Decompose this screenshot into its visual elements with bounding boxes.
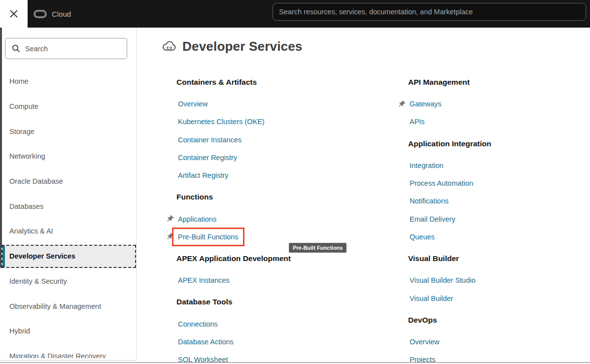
menu-link-row: Projects — [397, 351, 585, 362]
menu-link-connections[interactable]: Connections — [178, 320, 218, 328]
menu-link-row: Database Actions — [166, 333, 373, 351]
menu-link-projects[interactable]: Projects — [410, 356, 435, 362]
menu-link-email-delivery[interactable]: Email Delivery — [410, 215, 455, 223]
pin-icon — [166, 215, 174, 223]
pin-icon — [397, 100, 406, 108]
sidebar-item-developer-services[interactable]: Developer Services — [1, 245, 136, 268]
brand: Cloud — [34, 0, 71, 28]
sidebar-item-identity-security[interactable]: Identity & Security — [0, 269, 137, 294]
sidebar-item-home[interactable]: Home — [0, 69, 137, 94]
close-icon — [8, 8, 19, 19]
menu-link-artifact-registry[interactable]: Artifact Registry — [178, 171, 228, 179]
menu-link-integration[interactable]: Integration — [410, 162, 444, 169]
menu-link-row: Kubernetes Clusters (OKE) — [166, 113, 373, 131]
menu-link-row: Overview — [166, 95, 373, 113]
menu-link-sql-worksheet[interactable]: SQL Worksheet — [178, 356, 228, 362]
sidebar-item-label: Developer Services — [9, 252, 75, 260]
section-heading: Functions — [176, 188, 373, 206]
sidebar-item-storage[interactable]: Storage — [0, 119, 137, 144]
sidebar-item-label: Hybrid — [9, 327, 30, 335]
menu-link-row: Visual Builder — [397, 289, 585, 307]
sidebar-item-analytics-ai[interactable]: Analytics & AI — [0, 219, 137, 244]
section-heading: Application Integration — [408, 135, 585, 153]
pinned-slot — [166, 215, 178, 223]
menu-link-row: Container Registry — [166, 149, 373, 166]
tooltip: Pre-Built Functions — [289, 243, 347, 253]
menu-link-row: Queues — [397, 228, 585, 246]
highlight-box: Pre-Built Functions — [172, 228, 244, 246]
section-heading: Database Tools — [176, 293, 373, 311]
menu-link-row: Gateways — [397, 95, 585, 113]
sidebar-item-label: Analytics & AI — [9, 227, 53, 235]
menu-link-visual-builder[interactable]: Visual Builder — [410, 295, 453, 302]
menu-link-queues[interactable]: Queues — [410, 233, 435, 241]
sidebar-item-compute[interactable]: Compute — [0, 94, 137, 119]
sidebar-item-label: Compute — [9, 102, 38, 110]
section-heading: DevOps — [408, 311, 585, 329]
sidebar-item-hybrid[interactable]: Hybrid — [0, 319, 137, 344]
sidebar-search-box[interactable] — [5, 38, 127, 59]
menu-link-row: Applications — [166, 210, 373, 228]
menu-link-container-registry[interactable]: Container Registry — [178, 154, 237, 162]
menu-link-applications[interactable]: Applications — [178, 215, 216, 223]
menu-link-row: Visual Builder Studio — [397, 271, 585, 289]
menu-link-gateways[interactable]: Gateways — [410, 100, 441, 108]
sidebar-bottom-divider — [0, 360, 137, 361]
menu-column-right: API ManagementGatewaysAPIsApplication In… — [397, 69, 585, 362]
menu-link-pre-built-functions[interactable]: Pre-Built Functions — [178, 233, 239, 241]
menu-link-row: APEX Instances — [166, 271, 373, 289]
menu-link-database-actions[interactable]: Database Actions — [178, 338, 234, 346]
sidebar-item-observability-management[interactable]: Observability & Management — [0, 294, 137, 319]
sidebar-item-label: Migration & Disaster Recovery — [9, 352, 106, 358]
menu-link-row: Integration — [397, 157, 585, 174]
sidebar-item-label: Identity & Security — [9, 277, 67, 285]
page-title: Developer Services — [162, 39, 303, 54]
developer-services-icon — [162, 39, 176, 54]
section-heading: API Management — [408, 73, 585, 91]
sidebar-menu: HomeComputeStorageNetworkingOracle Datab… — [0, 69, 137, 358]
menu-link-overview[interactable]: Overview — [178, 100, 208, 108]
developer-services-panel: Developer Services Containers & Artifact… — [137, 28, 590, 362]
menu-link-row: Email Delivery — [397, 210, 585, 228]
close-menu-button[interactable] — [0, 0, 28, 28]
menu-link-notifications[interactable]: Notifications — [410, 197, 449, 205]
menu-link-row: Overview — [397, 333, 585, 351]
sidebar-item-migration-disaster-recovery[interactable]: Migration & Disaster Recovery — [0, 344, 137, 358]
sidebar-search-input[interactable] — [25, 45, 114, 53]
menu-link-row: Notifications — [397, 192, 585, 210]
menu-link-row: Connections — [166, 315, 373, 332]
menu-link-row: Process Automation — [397, 174, 585, 192]
oracle-logo-icon — [34, 10, 47, 18]
sidebar-item-networking[interactable]: Networking — [0, 144, 137, 169]
menu-link-overview[interactable]: Overview — [410, 338, 439, 346]
section-heading: Visual Builder — [408, 250, 585, 267]
global-search-input[interactable] — [273, 3, 586, 21]
menu-link-process-automation[interactable]: Process Automation — [410, 179, 473, 187]
menu-link-row: SQL Worksheet — [166, 351, 373, 362]
menu-link-row: Container Instances — [166, 131, 373, 149]
sidebar-item-databases[interactable]: Databases — [0, 194, 137, 219]
sidebar-item-label: Databases — [9, 202, 43, 210]
pinned-slot — [397, 100, 410, 108]
services-sidebar: HomeComputeStorageNetworkingOracle Datab… — [0, 28, 137, 361]
menu-link-apex-instances[interactable]: APEX Instances — [178, 276, 230, 284]
sidebar-item-label: Storage — [9, 128, 35, 135]
sidebar-item-oracle-database[interactable]: Oracle Database — [0, 169, 137, 194]
menu-link-container-instances[interactable]: Container Instances — [178, 136, 242, 144]
menu-link-visual-builder-studio[interactable]: Visual Builder Studio — [410, 276, 476, 284]
top-navigation-bar: Cloud — [0, 0, 590, 28]
sidebar-item-label: Networking — [9, 152, 45, 160]
menu-link-apis[interactable]: APIs — [410, 118, 425, 126]
sidebar-item-label: Oracle Database — [9, 177, 63, 185]
menu-column-left: Containers & ArtifactsOverviewKubernetes… — [166, 69, 373, 362]
brand-name: Cloud — [52, 10, 71, 18]
menu-link-row: Artifact Registry — [166, 166, 373, 184]
search-icon — [12, 44, 20, 53]
section-heading: Containers & Artifacts — [176, 73, 373, 91]
sidebar-item-label: Home — [9, 77, 29, 85]
menu-link-row: APIs — [397, 113, 585, 131]
menu-link-kubernetes-clusters-oke[interactable]: Kubernetes Clusters (OKE) — [178, 118, 265, 126]
sidebar-item-label: Observability & Management — [9, 302, 101, 310]
